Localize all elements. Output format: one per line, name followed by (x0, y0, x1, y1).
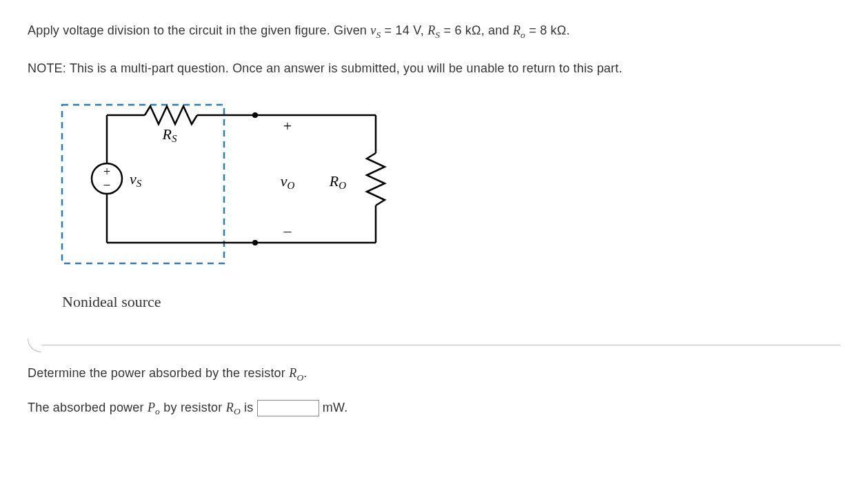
vo-plus: + (283, 117, 292, 134)
source-plus: + (103, 165, 110, 179)
eq3: = 8 kΩ. (525, 23, 570, 37)
question-subpart: Determine the power absorbed by the resi… (28, 366, 840, 383)
vo-minus: – (283, 222, 292, 239)
answer-unit: mW. (319, 400, 348, 414)
section-divider (28, 339, 840, 352)
rs-label: RS (162, 125, 177, 144)
eq1: = 14 V, (381, 23, 427, 37)
figure-caption: Nonideal source (62, 293, 840, 311)
question-prompt: Apply voltage division to the circuit in… (28, 21, 840, 42)
nonideal-source-box (62, 105, 224, 263)
answer-input[interactable] (257, 400, 319, 416)
ro-var: R (513, 23, 521, 37)
po-label: P (148, 400, 155, 414)
answer-ro-sub: O (234, 406, 241, 416)
divider-line (41, 345, 840, 345)
divider-curve (28, 339, 41, 352)
prompt-text-1: Apply voltage division to the circuit in… (28, 23, 370, 37)
resistor-ro (367, 153, 385, 205)
vs-label: vS (130, 170, 142, 189)
circuit-svg: + – RS vS + vO – RO (48, 98, 393, 284)
note-text: NOTE: This is a multi-part question. Onc… (28, 59, 840, 79)
subpart-after: . (303, 366, 307, 380)
answer-line: The absorbed power Po by resistor RO is … (28, 400, 840, 417)
subpart-before: Determine the power absorbed by the resi… (28, 366, 289, 380)
subpart-ro: R (289, 366, 296, 380)
source-minus: – (103, 177, 111, 191)
resistor-rs (145, 106, 197, 124)
rs-var: R (427, 23, 435, 37)
eq2: = 6 kΩ, and (440, 23, 513, 37)
answer-ro: R (226, 400, 234, 414)
vo-label: vO (281, 172, 295, 191)
answer-mid: by resistor (160, 400, 226, 414)
ro-label: RO (329, 172, 346, 191)
answer-is: is (241, 400, 257, 414)
circuit-figure: + – RS vS + vO – RO Nonideal source (48, 98, 840, 311)
answer-before: The absorbed power (28, 400, 148, 414)
subpart-ro-sub: O (296, 372, 303, 383)
